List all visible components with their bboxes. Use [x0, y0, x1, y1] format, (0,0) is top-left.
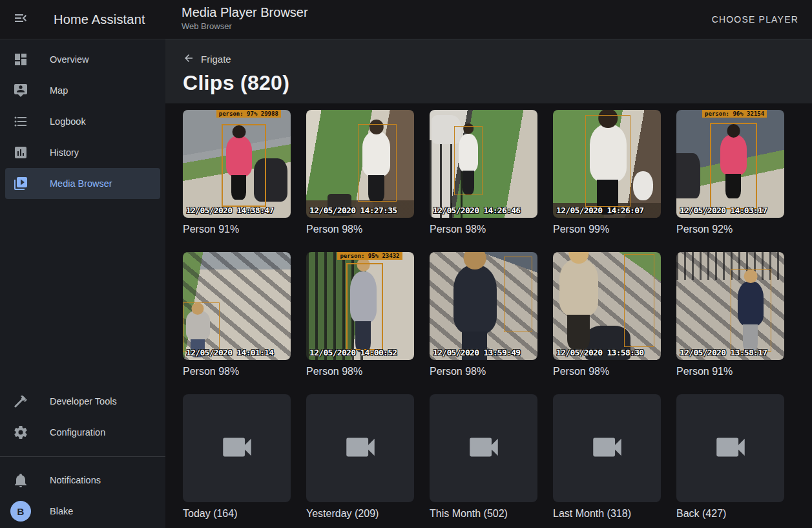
- detection-bounding-box: [585, 115, 630, 207]
- sidebar-item-history[interactable]: History: [5, 137, 160, 168]
- breadcrumb-back[interactable]: Frigate: [183, 52, 812, 66]
- tooltip-account-icon: [13, 83, 28, 98]
- clip-card[interactable]: 12/05/2020 14:01:14 Person 98%: [183, 252, 291, 377]
- sidebar-item-map[interactable]: Map: [5, 75, 160, 106]
- sidebar-item-label: Developer Tools: [50, 396, 117, 407]
- page-title: Clips (820): [183, 71, 812, 95]
- folder-label: Back (427): [676, 508, 784, 520]
- breadcrumb-label: Frigate: [201, 54, 231, 65]
- folder-card-last-month[interactable]: Last Month (318): [553, 394, 661, 520]
- sidebar: Overview Map Logbook History Media Brows…: [0, 39, 165, 528]
- format-list-bulleted-icon: [13, 114, 28, 129]
- folder-thumbnail: [183, 394, 291, 502]
- detection-bounding-box: [222, 124, 265, 207]
- clip-card[interactable]: person: 96% 32154 12/05/2020 14:03:17 Pe…: [676, 110, 784, 235]
- person-figure: [559, 259, 598, 317]
- detection-label: person: 96% 32154: [702, 110, 767, 118]
- folder-card-this-month[interactable]: This Month (502): [430, 394, 537, 520]
- top-app-bar: Home Assistant Media Player Browser Web …: [0, 0, 812, 39]
- sidebar-item-configuration[interactable]: Configuration: [5, 417, 160, 448]
- detection-bounding-box: [346, 263, 383, 350]
- clip-timestamp: 12/05/2020 14:03:17: [680, 206, 767, 215]
- clip-timestamp: 12/05/2020 14:01:14: [186, 348, 273, 357]
- sidebar-item-label: Logbook: [50, 116, 86, 127]
- video-icon: [588, 428, 626, 469]
- clip-card[interactable]: 12/05/2020 14:27:35 Person 98%: [306, 110, 414, 235]
- clip-card[interactable]: 12/05/2020 13:58:17 Person 91%: [676, 252, 784, 377]
- folder-thumbnail: [676, 394, 784, 502]
- video-icon: [342, 428, 379, 469]
- clip-timestamp: 12/05/2020 14:27:35: [309, 206, 397, 215]
- clip-timestamp: 12/05/2020 14:26:46: [433, 206, 520, 215]
- clip-caption: Person 98%: [306, 366, 414, 377]
- clip-thumbnail: 12/05/2020 13:59:49: [430, 252, 537, 360]
- clip-caption: Person 98%: [183, 366, 291, 377]
- clip-timestamp: 12/05/2020 14:26:07: [556, 206, 643, 215]
- video-icon: [218, 428, 256, 469]
- sidebar-item-user-profile[interactable]: B Blake: [5, 496, 160, 527]
- person-figure: [453, 265, 497, 334]
- clip-caption: Person 91%: [183, 224, 291, 235]
- detection-bounding-box: [624, 254, 654, 347]
- panel-title-block: Media Player Browser Web Browser: [182, 5, 308, 31]
- sidebar-item-media-browser[interactable]: Media Browser: [5, 168, 160, 199]
- folder-thumbnail: [430, 394, 537, 502]
- folder-card-today[interactable]: Today (164): [183, 394, 291, 520]
- folder-label: Last Month (318): [553, 508, 661, 520]
- sidebar-item-label: Media Browser: [50, 178, 112, 189]
- app-title: Home Assistant: [54, 12, 145, 27]
- gear-icon: [13, 425, 28, 440]
- sidebar-item-logbook[interactable]: Logbook: [5, 106, 160, 137]
- clip-timestamp: 12/05/2020 13:59:49: [433, 348, 520, 357]
- sidebar-spacer: [0, 199, 165, 386]
- video-icon: [465, 428, 503, 469]
- chart-box-icon: [13, 145, 28, 160]
- folder-label: Yesterday (209): [306, 508, 414, 520]
- content-header: Frigate Clips (820): [165, 39, 812, 103]
- sidebar-divider: [0, 456, 165, 457]
- clip-thumbnail: 12/05/2020 14:26:46: [430, 110, 537, 218]
- clip-caption: Person 98%: [430, 366, 537, 377]
- detection-bounding-box: [731, 269, 771, 352]
- media-browser-panel: Frigate Clips (820) person: 97% 29988 12…: [165, 39, 812, 528]
- folder-card-back[interactable]: Back (427): [676, 394, 784, 520]
- sidebar-item-label: Map: [50, 85, 68, 96]
- clip-card[interactable]: person: 97% 29988 12/05/2020 14:38:47 Pe…: [183, 110, 291, 235]
- clip-thumbnail: person: 95% 23432 12/05/2020 14:00:52: [306, 252, 414, 360]
- clip-card[interactable]: 12/05/2020 14:26:46 Person 98%: [430, 110, 537, 235]
- play-box-multiple-icon: [13, 176, 28, 191]
- detection-bounding-box: [183, 302, 220, 352]
- clip-thumbnail: 12/05/2020 13:58:30: [553, 252, 661, 360]
- avatar: B: [10, 501, 31, 522]
- clip-caption: Person 99%: [553, 224, 661, 235]
- sidebar-toggle-button[interactable]: [5, 4, 36, 35]
- video-icon: [712, 428, 749, 469]
- clip-caption: Person 91%: [676, 366, 784, 377]
- user-name: Blake: [50, 506, 73, 516]
- arrow-left-icon: [183, 52, 201, 66]
- detection-bounding-box: [710, 123, 757, 209]
- clip-card[interactable]: 12/05/2020 13:58:30 Person 98%: [553, 252, 661, 377]
- clip-card[interactable]: 12/05/2020 13:59:49 Person 98%: [430, 252, 537, 377]
- sidebar-item-notifications[interactable]: Notifications: [5, 465, 160, 496]
- detection-label: person: 97% 29988: [216, 110, 281, 118]
- sidebar-item-developer-tools[interactable]: Developer Tools: [5, 386, 160, 417]
- sidebar-item-overview[interactable]: Overview: [5, 44, 160, 75]
- detection-bounding-box: [504, 257, 532, 332]
- clip-card[interactable]: 12/05/2020 14:26:07 Person 99%: [553, 110, 661, 235]
- sidebar-item-label: Notifications: [50, 475, 101, 485]
- clip-thumbnail: person: 97% 29988 12/05/2020 14:38:47: [183, 110, 291, 218]
- folder-label: This Month (502): [430, 508, 537, 520]
- clip-thumbnail: person: 96% 32154 12/05/2020 14:03:17: [676, 110, 784, 218]
- clip-card[interactable]: person: 95% 23432 12/05/2020 14:00:52 Pe…: [306, 252, 414, 377]
- clip-timestamp: 12/05/2020 14:38:47: [186, 206, 273, 215]
- panel-title: Media Player Browser: [182, 5, 308, 20]
- hammer-icon: [13, 394, 28, 409]
- folder-card-yesterday[interactable]: Yesterday (209): [306, 394, 414, 520]
- clip-thumbnail: 12/05/2020 13:58:17: [676, 252, 784, 360]
- folder-thumbnail: [553, 394, 661, 502]
- detection-bounding-box: [358, 124, 397, 202]
- clip-caption: Person 98%: [430, 224, 537, 235]
- clip-caption: Person 98%: [553, 366, 661, 377]
- choose-player-button[interactable]: CHOOSE PLAYER: [712, 0, 798, 39]
